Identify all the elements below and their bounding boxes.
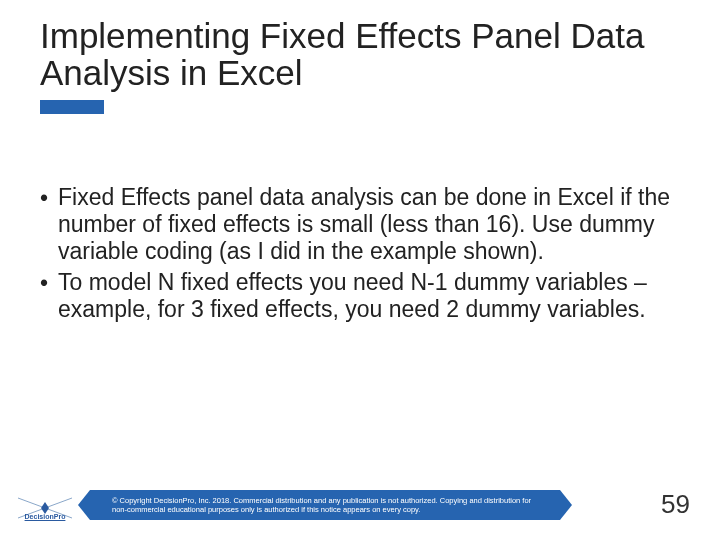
bullet-text: To model N fixed effects you need N-1 du…: [58, 269, 680, 323]
logo: DecisionPro: [8, 494, 82, 522]
bullet-dot-icon: •: [40, 269, 58, 323]
bullet-item: • Fixed Effects panel data analysis can …: [40, 184, 680, 265]
slide-title: Implementing Fixed Effects Panel Data An…: [40, 18, 680, 92]
footer: DecisionPro © Copyright DecisionPro, Inc…: [0, 486, 720, 526]
footer-ribbon: © Copyright DecisionPro, Inc. 2018. Comm…: [90, 490, 560, 520]
logo-text: DecisionPro: [25, 513, 66, 520]
bullet-item: • To model N fixed effects you need N-1 …: [40, 269, 680, 323]
accent-bar: [40, 100, 104, 114]
content-area: • Fixed Effects panel data analysis can …: [40, 184, 680, 324]
bullet-dot-icon: •: [40, 184, 58, 265]
copyright-text: © Copyright DecisionPro, Inc. 2018. Comm…: [112, 496, 546, 515]
bullet-text: Fixed Effects panel data analysis can be…: [58, 184, 680, 265]
slide: Implementing Fixed Effects Panel Data An…: [0, 0, 720, 540]
page-number: 59: [661, 489, 690, 520]
